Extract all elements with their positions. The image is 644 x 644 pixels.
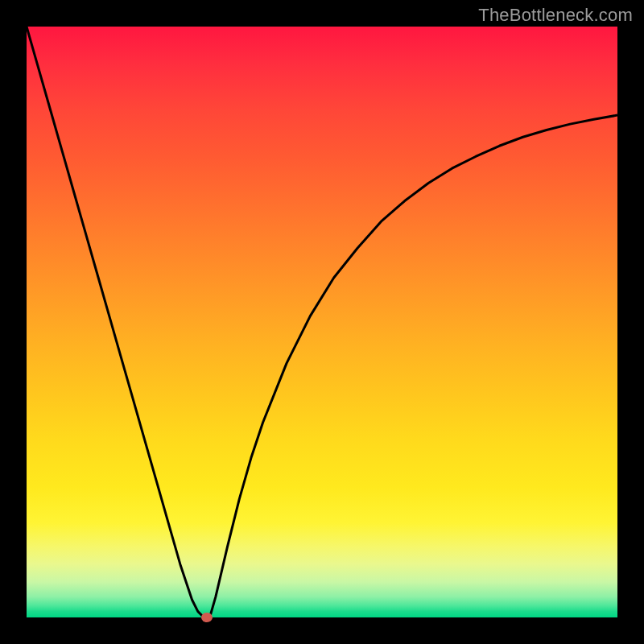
chart-svg	[27, 27, 617, 617]
chart-frame: TheBottleneck.com	[0, 0, 644, 644]
chart-plot-area	[27, 27, 617, 617]
bottleneck-curve-line	[27, 27, 617, 617]
optimal-point-marker	[201, 613, 213, 622]
watermark-text: TheBottleneck.com	[478, 5, 633, 26]
